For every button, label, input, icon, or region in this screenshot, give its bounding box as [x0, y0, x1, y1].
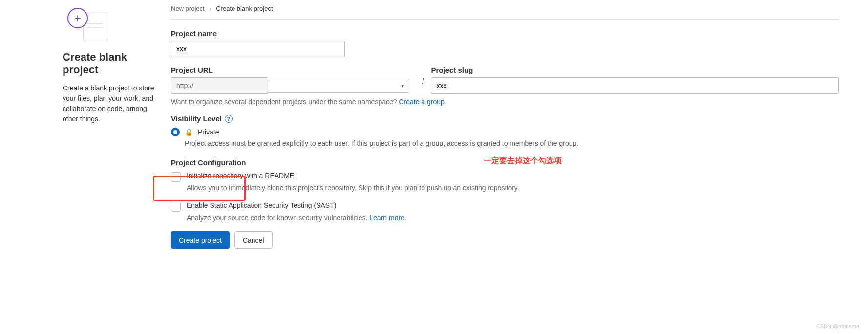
- breadcrumb-parent[interactable]: New project: [171, 5, 205, 12]
- project-name-input[interactable]: [171, 41, 345, 57]
- chevron-down-icon: ▾: [402, 83, 404, 89]
- create-group-link[interactable]: Create a group: [399, 98, 444, 106]
- readme-checkbox-label: Initialize repository with a README: [187, 172, 294, 179]
- help-icon[interactable]: ?: [225, 115, 233, 123]
- project-url-label: Project URL: [171, 66, 415, 74]
- visibility-private-radio[interactable]: [171, 128, 180, 136]
- annotation-text: 一定要去掉这个勾选项: [484, 156, 562, 166]
- project-name-label: Project name: [171, 29, 839, 38]
- project-namespace-select[interactable]: ▾: [268, 79, 409, 93]
- project-slug-input[interactable]: [431, 77, 839, 94]
- sast-checkbox[interactable]: [171, 202, 181, 212]
- project-configuration-label: Project Configuration: [171, 158, 246, 167]
- breadcrumb-current: Create blank project: [216, 5, 273, 12]
- namespace-hint: Want to organize several dependent proje…: [171, 98, 839, 106]
- lock-icon: 🔒: [185, 128, 193, 136]
- breadcrumb-separator: ›: [209, 5, 211, 12]
- create-project-button[interactable]: Create project: [171, 231, 230, 249]
- project-slug-label: Project slug: [431, 66, 839, 74]
- visibility-private-label: Private: [198, 128, 219, 136]
- readme-checkbox[interactable]: [171, 172, 181, 182]
- sast-checkbox-label: Enable Static Application Security Testi…: [187, 201, 336, 209]
- plus-icon: +: [67, 8, 88, 28]
- visibility-level-label: Visibility Level: [171, 114, 222, 123]
- readme-checkbox-desc: Allows you to immediately clone this pro…: [187, 184, 839, 192]
- blank-project-icon: +: [64, 5, 107, 44]
- breadcrumb: New project › Create blank project: [171, 5, 839, 19]
- sidebar-title: Create blank project: [63, 51, 156, 76]
- sast-learn-more-link[interactable]: Learn more.: [369, 214, 406, 222]
- project-url-prefix: http://: [171, 77, 268, 94]
- sast-checkbox-desc: Analyze your source code for known secur…: [187, 214, 839, 222]
- url-slash: /: [422, 77, 424, 94]
- visibility-private-desc: Project access must be granted explicitl…: [185, 138, 839, 149]
- sidebar: + Create blank project Create a blank pr…: [0, 5, 171, 249]
- sidebar-description: Create a blank project to store your fil…: [63, 83, 156, 124]
- cancel-button[interactable]: Cancel: [234, 231, 273, 249]
- main-form: New project › Create blank project Proje…: [171, 5, 868, 249]
- divider: [171, 19, 839, 20]
